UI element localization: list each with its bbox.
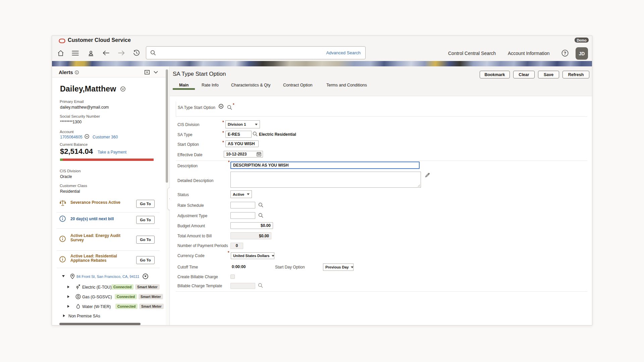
- save-button[interactable]: Save: [538, 71, 559, 78]
- resize-handle-icon[interactable]: [418, 184, 420, 187]
- group-search-icon[interactable]: [227, 105, 232, 110]
- goto-appliance-rebates-button[interactable]: Go To: [136, 256, 155, 264]
- budget-amount-input[interactable]: [230, 222, 273, 229]
- adjustment-type-input[interactable]: [230, 212, 255, 219]
- service-electric-label[interactable]: Electric (E-TOU): [82, 285, 112, 290]
- tab-characteristics-qty[interactable]: Characteristics & Qty: [231, 83, 270, 87]
- premise-actions-icon[interactable]: [143, 274, 148, 279]
- start-option-field: [225, 140, 259, 147]
- global-search-box: Advanced Search: [146, 46, 366, 59]
- bookmark-button[interactable]: Bookmark: [480, 71, 510, 78]
- electric-expand-caret[interactable]: [67, 286, 69, 288]
- refresh-button[interactable]: Refresh: [562, 71, 589, 78]
- take-a-payment-link[interactable]: Take a Payment: [98, 150, 126, 155]
- cis-division-label: CIS Division: [60, 169, 81, 173]
- calendar-icon[interactable]: [257, 152, 261, 157]
- advanced-search-link[interactable]: Advanced Search: [326, 50, 365, 55]
- detailed-description-textarea[interactable]: [230, 172, 421, 188]
- back-arrow-icon[interactable]: [103, 50, 110, 56]
- dock-panel-icon[interactable]: [145, 70, 150, 74]
- sidebar-horizontal-scrollbar[interactable]: [59, 323, 141, 325]
- user-avatar[interactable]: JD: [576, 47, 588, 60]
- sidebar-vertical-scrollbar[interactable]: [166, 69, 168, 183]
- customer-name-chevron-icon[interactable]: [120, 86, 125, 92]
- service-gas-label[interactable]: Gas (G-SGSVC): [82, 295, 112, 299]
- non-premise-expand-caret[interactable]: [63, 314, 65, 317]
- alert-severance-text: Severance Process Active: [70, 200, 120, 205]
- goto-next-bill-button[interactable]: Go To: [136, 216, 155, 224]
- forward-arrow-icon[interactable]: [118, 50, 125, 56]
- electric-icon: [75, 284, 81, 290]
- goto-energy-audit-button[interactable]: Go To: [136, 236, 155, 244]
- non-premise-sas-label[interactable]: Non Premise SAs: [68, 314, 100, 318]
- currency-code-select[interactable]: United States Dollars: [231, 252, 274, 259]
- start-day-option-select[interactable]: Previous Day: [323, 263, 354, 271]
- customer-name: Dailey,Matthew: [60, 84, 116, 94]
- billable-charge-template-label: Billable Charge Template: [177, 284, 222, 288]
- control-central-search-link[interactable]: Control Central Search: [448, 51, 496, 56]
- collapse-alerts-chevron-icon[interactable]: [154, 71, 158, 74]
- divider: [57, 228, 160, 229]
- form-group-header: SA Type Start Option *: [176, 102, 587, 116]
- group-label: SA Type Start Option: [178, 105, 215, 110]
- water-expand-caret[interactable]: [67, 305, 69, 308]
- alerts-title: Alerts: [59, 69, 73, 75]
- goto-severance-button[interactable]: Go To: [136, 200, 155, 208]
- account-chevron-icon[interactable]: [85, 134, 89, 139]
- gas-smart-meter-badge: Smart Meter: [139, 294, 163, 299]
- divider: [176, 116, 587, 117]
- home-icon[interactable]: [57, 50, 64, 56]
- top-bar: Customer Cloud Service Demo Advanced Sea…: [52, 36, 592, 61]
- info-amber-icon: [59, 236, 66, 242]
- effective-date-label: Effective Date: [177, 153, 202, 157]
- gas-expand-caret[interactable]: [67, 295, 69, 298]
- account-number-link[interactable]: 1705064605: [60, 135, 83, 139]
- gas-icon: [75, 294, 81, 299]
- rate-schedule-label: Rate Schedule: [177, 203, 204, 208]
- cis-division-select[interactable]: Division 1: [225, 120, 260, 128]
- premise-expand-caret[interactable]: [62, 275, 65, 277]
- global-search-input[interactable]: [156, 47, 326, 59]
- group-collapse-icon[interactable]: [219, 104, 223, 109]
- ssn-label: Social Security Number: [60, 114, 100, 118]
- divider: [57, 212, 160, 213]
- sa-type-description: Electric Residential: [259, 132, 296, 137]
- gas-connected-badge: Connected: [115, 294, 137, 299]
- svg-text:?: ?: [564, 51, 566, 56]
- adjustment-type-search-icon[interactable]: [258, 213, 263, 218]
- electric-smart-meter-badge: Smart Meter: [135, 284, 160, 290]
- status-label: Status: [177, 192, 189, 197]
- tab-contract-option[interactable]: Contract Option: [283, 83, 313, 87]
- oracle-logo-icon: [59, 39, 65, 43]
- status-select[interactable]: Active: [230, 190, 252, 198]
- service-water-label[interactable]: Water (W-TIER): [82, 304, 111, 309]
- tab-terms-conditions[interactable]: Terms and Conditions: [326, 83, 367, 87]
- search-icon: [146, 50, 156, 56]
- info-icon[interactable]: [75, 70, 79, 74]
- ssn-value: ********1300: [60, 120, 82, 124]
- sa-type-input[interactable]: [225, 131, 252, 138]
- tab-rate-info[interactable]: Rate Info: [202, 83, 219, 87]
- main-panel: SA Type Start Option Bookmark Clear Save…: [170, 66, 592, 325]
- customer-360-link[interactable]: Customer 360: [93, 135, 118, 139]
- cutoff-time-value: 0:00:00: [232, 264, 246, 269]
- tab-main[interactable]: Main: [179, 83, 189, 87]
- help-icon[interactable]: ?: [561, 50, 569, 57]
- total-amount-label: Total Amount to Bill: [177, 234, 212, 238]
- contact-icon[interactable]: [87, 50, 95, 56]
- description-input[interactable]: [230, 162, 420, 169]
- cis-division-label: CIS Division: [177, 122, 199, 127]
- account-information-link[interactable]: Account Information: [508, 51, 550, 56]
- edit-pencil-icon[interactable]: [425, 173, 430, 178]
- menu-icon[interactable]: [71, 50, 79, 56]
- rate-schedule-input[interactable]: [230, 202, 255, 208]
- history-icon[interactable]: [133, 50, 140, 56]
- rate-schedule-search-icon[interactable]: [258, 202, 263, 207]
- divider: [57, 268, 160, 268]
- start-option-input[interactable]: [225, 140, 259, 147]
- sa-type-search-icon[interactable]: [253, 131, 258, 136]
- adjustment-type-label: Adjustment Type: [177, 214, 207, 218]
- clear-button[interactable]: Clear: [513, 71, 535, 78]
- premise-address-link[interactable]: 84 Front St, San Francisco, CA, 94111: [76, 275, 139, 279]
- current-balance-value: $2,514.04: [60, 147, 93, 156]
